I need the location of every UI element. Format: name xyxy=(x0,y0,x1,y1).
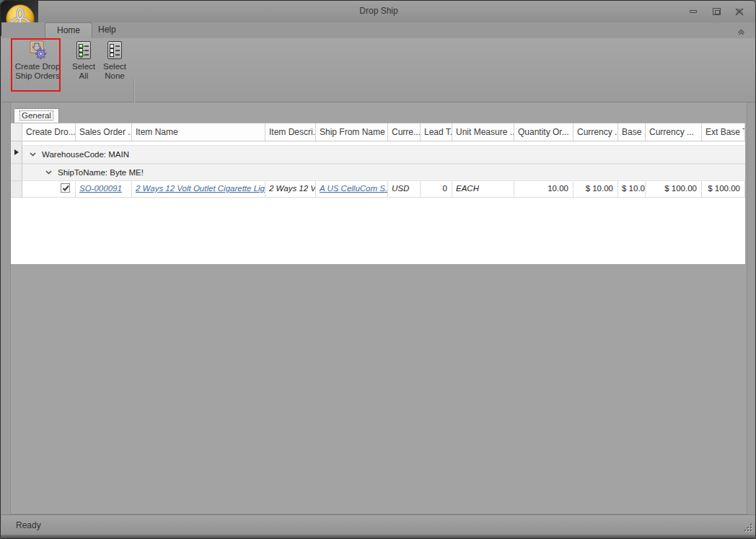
select-all-label-1: Select xyxy=(72,62,95,71)
resize-grip[interactable] xyxy=(743,522,752,531)
ship-from-name-cell: A US CelluCom S... xyxy=(316,181,388,198)
create-drop-ship-orders-icon xyxy=(28,40,47,60)
create-drop-ship-label-2: Ship Orders xyxy=(15,71,59,81)
group-row-shipto-band[interactable]: ShipToName: Byte ME! xyxy=(22,164,745,181)
row-indicator-cell xyxy=(11,141,22,164)
select-all-icon xyxy=(74,40,93,60)
tab-general[interactable]: General xyxy=(14,108,59,123)
grid-header-row: Create Dro... Sales Order ... Item Name … xyxy=(11,123,745,141)
table-row: SO-000091 2 Ways 12 Volt Outlet Cigarett… xyxy=(11,181,745,198)
tab-help-label: Help xyxy=(98,25,116,35)
create-drop-ship-checkbox[interactable] xyxy=(61,183,70,193)
currency-ext-total-cell: $ 100.00 xyxy=(646,181,702,198)
column-header-item-name[interactable]: Item Name xyxy=(132,123,265,141)
minimize-icon xyxy=(690,10,697,13)
item-description-cell: 2 Ways 12 V... xyxy=(265,181,316,198)
focused-row-arrow-icon xyxy=(14,149,19,155)
status-text: Ready xyxy=(16,520,41,530)
tab-general-label: General xyxy=(19,110,53,120)
column-header-sales-order[interactable]: Sales Order ... xyxy=(76,123,132,141)
column-header-currency-unit-price[interactable]: Currency ... xyxy=(573,123,618,141)
restore-button[interactable] xyxy=(711,6,722,17)
select-none-label-1: Select xyxy=(103,62,126,71)
group-row-shipto: ShipToName: Byte ME! xyxy=(11,164,745,181)
column-header-ship-from-name[interactable]: Ship From Name xyxy=(316,123,388,141)
content-area: General Create Dro... Sales Order ... It… xyxy=(10,102,747,514)
window-bottom-edge xyxy=(1,535,756,539)
ext-base-total-cell: $ 100.00 xyxy=(702,181,745,198)
column-header-currency-ext-total[interactable]: Currency ... xyxy=(646,123,702,141)
select-all-button[interactable]: Select All xyxy=(70,40,97,81)
item-name-cell: 2 Ways 12 Volt Outlet Cigarette Lig... xyxy=(132,181,265,198)
chevron-up-icon xyxy=(737,29,745,35)
column-header-indicator xyxy=(11,123,22,141)
drop-ship-window: Drop Ship Home xyxy=(0,0,756,539)
currency-cell: USD xyxy=(388,181,421,198)
column-header-item-description[interactable]: Item Descri... xyxy=(265,123,316,141)
select-all-label-2: All xyxy=(79,71,89,81)
create-drop-ship-cell xyxy=(22,181,76,198)
group-row-warehouse: WarehouseCode: MAIN xyxy=(11,141,745,164)
lead-time-cell: 0 xyxy=(421,181,452,198)
minimize-button[interactable] xyxy=(687,6,699,17)
quantity-ordered-cell: 10.00 xyxy=(514,181,573,198)
sales-order-link[interactable]: SO-000091 xyxy=(79,184,122,193)
select-none-icon xyxy=(105,40,124,60)
ship-from-name-link[interactable]: A US CelluCom S... xyxy=(320,184,388,193)
sales-order-cell: SO-000091 xyxy=(76,181,132,198)
collapse-ribbon-button[interactable] xyxy=(737,25,745,38)
column-header-lead-time[interactable]: Lead T... xyxy=(421,123,452,141)
row-indicator-cell xyxy=(11,164,22,181)
group-row-warehouse-label: WarehouseCode: MAIN xyxy=(42,150,129,159)
ribbon-body: Create Drop Ship Orders Select All xyxy=(1,38,756,102)
close-icon xyxy=(735,8,744,16)
currency-unit-price-cell: $ 10.00 xyxy=(573,181,618,198)
column-header-create-drop[interactable]: Create Dro... xyxy=(22,123,76,141)
tab-home-label: Home xyxy=(57,25,80,35)
select-none-label-2: None xyxy=(105,71,125,81)
restore-icon xyxy=(713,8,721,15)
unit-measure-cell: EACH xyxy=(452,181,514,198)
title-bar[interactable]: Drop Ship xyxy=(1,1,756,22)
checkmark-icon xyxy=(62,185,70,192)
window-controls xyxy=(687,6,745,17)
group-row-warehouse-band[interactable]: WarehouseCode: MAIN xyxy=(22,145,745,164)
group-row-shipto-label: ShipToName: Byte ME! xyxy=(58,168,144,177)
column-header-quantity-ordered[interactable]: Quantity Or... xyxy=(514,123,573,141)
tab-home[interactable]: Home xyxy=(45,22,92,38)
base-unit-price-cell: $ 10.00 xyxy=(618,181,646,198)
chevron-down-icon xyxy=(30,152,36,157)
column-header-currency[interactable]: Curre... xyxy=(388,123,421,141)
create-drop-ship-label-1: Create Drop xyxy=(15,62,61,71)
create-drop-ship-orders-button[interactable]: Create Drop Ship Orders xyxy=(14,40,61,81)
close-button[interactable] xyxy=(734,6,745,17)
window-title: Drop Ship xyxy=(1,6,756,16)
column-header-ext-base-total[interactable]: Ext Base To... xyxy=(702,123,745,141)
ribbon-tab-strip: Home Help xyxy=(1,22,756,38)
row-indicator-cell xyxy=(11,181,22,198)
item-name-link[interactable]: 2 Ways 12 Volt Outlet Cigarette Lig... xyxy=(136,184,265,193)
chevron-down-icon xyxy=(45,170,52,175)
column-header-unit-measure[interactable]: Unit Measure ... xyxy=(452,123,514,141)
drop-ship-grid: Create Dro... Sales Order ... Item Name … xyxy=(11,123,745,264)
select-none-button[interactable]: Select None xyxy=(101,40,128,81)
status-bar: Ready xyxy=(1,514,756,535)
column-header-base-unit-price[interactable]: Base ... xyxy=(618,123,646,141)
tab-help[interactable]: Help xyxy=(87,22,128,38)
